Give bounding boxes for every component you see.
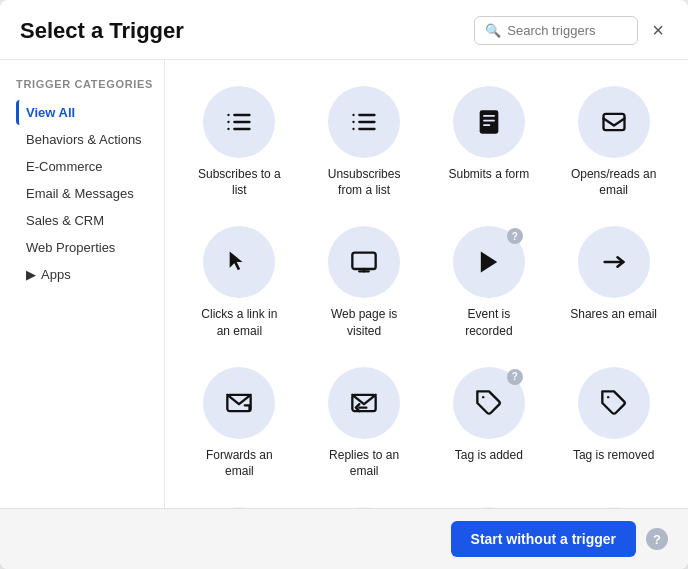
trigger-label-replies: Replies to an email	[319, 447, 409, 479]
svg-rect-12	[480, 110, 499, 133]
sidebar-item-behaviors[interactable]: Behaviors & Actions	[16, 127, 164, 152]
trigger-icon-event: ?	[453, 226, 525, 298]
trigger-event[interactable]: ? Event is recorded	[431, 218, 548, 346]
header-right: 🔍 ×	[474, 16, 668, 45]
trigger-icon-submits	[453, 86, 525, 158]
trigger-icon-subscribes	[203, 86, 275, 158]
trigger-partial-4[interactable]	[555, 499, 672, 508]
trigger-label-tag-added: Tag is added	[455, 447, 523, 463]
trigger-forwards[interactable]: Forwards an email	[181, 359, 298, 487]
trigger-icon-clicks-link	[203, 226, 275, 298]
sidebar-item-email-messages[interactable]: Email & Messages	[16, 181, 164, 206]
close-button[interactable]: ×	[648, 17, 668, 44]
chevron-right-icon: ▶	[26, 267, 36, 282]
trigger-label-tag-removed: Tag is removed	[573, 447, 654, 463]
trigger-icon-tag-removed	[578, 367, 650, 439]
sidebar-item-web-properties[interactable]: Web Properties	[16, 235, 164, 260]
trigger-partial-1[interactable]	[181, 499, 298, 508]
trigger-opens-email[interactable]: Opens/reads an email	[555, 78, 672, 206]
modal-body: TRIGGER CATEGORIES View All Behaviors & …	[0, 60, 688, 508]
trigger-label-clicks-link: Clicks a link in an email	[194, 306, 284, 338]
search-box[interactable]: 🔍	[474, 16, 638, 45]
trigger-icon-opens-email	[578, 86, 650, 158]
trigger-icon-tag-added: ?	[453, 367, 525, 439]
trigger-unsubscribes[interactable]: Unsubscribes from a list	[306, 78, 423, 206]
sidebar-item-ecommerce[interactable]: E-Commerce	[16, 154, 164, 179]
svg-rect-17	[352, 253, 375, 269]
trigger-label-forwards: Forwards an email	[194, 447, 284, 479]
modal-select-trigger: Select a Trigger 🔍 × TRIGGER CATEGORIES …	[0, 0, 688, 569]
trigger-label-submits: Submits a form	[449, 166, 530, 182]
trigger-webpage[interactable]: Web page is visited	[306, 218, 423, 346]
sidebar-item-apps[interactable]: ▶ Apps	[16, 262, 164, 287]
sidebar-item-sales-crm[interactable]: Sales & CRM	[16, 208, 164, 233]
start-without-trigger-button[interactable]: Start without a trigger	[451, 521, 636, 557]
sidebar-item-apps-label: Apps	[41, 267, 71, 282]
svg-rect-13	[483, 115, 495, 117]
trigger-icon-forwards	[203, 367, 275, 439]
trigger-partial-2[interactable]	[306, 499, 423, 508]
help-badge-event: ?	[507, 228, 523, 244]
modal-header: Select a Trigger 🔍 ×	[0, 0, 688, 60]
trigger-icon-webpage	[328, 226, 400, 298]
trigger-icon-replies	[328, 367, 400, 439]
trigger-label-unsubscribes: Unsubscribes from a list	[319, 166, 409, 198]
modal-footer: Start without a trigger ?	[0, 508, 688, 569]
trigger-partial-3[interactable]	[431, 499, 548, 508]
main-content: Subscribes to a list Unsubscribes from a…	[165, 60, 688, 508]
trigger-label-event: Event is recorded	[444, 306, 534, 338]
sidebar: TRIGGER CATEGORIES View All Behaviors & …	[0, 60, 165, 508]
trigger-submits[interactable]: Submits a form	[431, 78, 548, 206]
svg-marker-20	[481, 252, 497, 273]
trigger-grid: Subscribes to a list Unsubscribes from a…	[181, 78, 672, 508]
sidebar-section-title: TRIGGER CATEGORIES	[16, 78, 164, 90]
sidebar-item-view-all[interactable]: View All	[16, 100, 164, 125]
trigger-icon-shares	[578, 226, 650, 298]
trigger-clicks-link[interactable]: Clicks a link in an email	[181, 218, 298, 346]
help-badge-tag-added: ?	[507, 369, 523, 385]
trigger-label-subscribes: Subscribes to a list	[194, 166, 284, 198]
trigger-label-webpage: Web page is visited	[319, 306, 409, 338]
svg-rect-14	[483, 120, 495, 122]
trigger-replies[interactable]: Replies to an email	[306, 359, 423, 487]
footer-help-icon[interactable]: ?	[646, 528, 668, 550]
trigger-label-shares: Shares an email	[570, 306, 657, 322]
search-input[interactable]	[507, 23, 627, 38]
trigger-shares[interactable]: Shares an email	[555, 218, 672, 346]
trigger-tag-removed[interactable]: Tag is removed	[555, 359, 672, 487]
trigger-tag-added[interactable]: ? Tag is added	[431, 359, 548, 487]
trigger-label-opens-email: Opens/reads an email	[569, 166, 659, 198]
trigger-icon-unsubscribes	[328, 86, 400, 158]
page-title: Select a Trigger	[20, 18, 184, 44]
search-icon: 🔍	[485, 23, 501, 38]
svg-rect-15	[483, 124, 490, 126]
trigger-subscribes[interactable]: Subscribes to a list	[181, 78, 298, 206]
